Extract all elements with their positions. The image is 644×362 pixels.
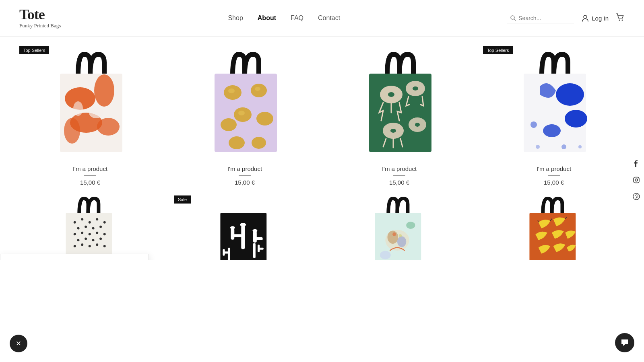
nav-shop[interactable]: Shop xyxy=(228,14,243,22)
svg-point-9 xyxy=(64,118,80,144)
faq-panel: › Can I refund products? › Shipping info… xyxy=(0,254,149,260)
product-card-dots[interactable] xyxy=(19,195,161,260)
svg-point-52 xyxy=(81,232,83,234)
product-name-2: I'm a product xyxy=(227,165,262,172)
svg-point-34 xyxy=(556,83,584,106)
divider-2 xyxy=(239,175,251,176)
svg-point-11 xyxy=(89,107,103,118)
svg-point-37 xyxy=(530,121,537,128)
pinterest-icon[interactable] xyxy=(633,193,640,202)
svg-point-30 xyxy=(390,129,396,133)
bag-svg-cactus xyxy=(204,195,281,260)
svg-rect-77 xyxy=(228,248,230,260)
svg-point-83 xyxy=(397,236,406,247)
svg-point-86 xyxy=(406,222,415,229)
search-box[interactable] xyxy=(507,13,574,23)
svg-point-51 xyxy=(74,233,76,235)
svg-point-62 xyxy=(89,245,91,247)
product-card-2[interactable]: I'm a product 15,00 € xyxy=(174,46,316,189)
svg-point-82 xyxy=(388,230,398,244)
svg-point-84 xyxy=(392,232,396,236)
product-name-3: I'm a product xyxy=(382,165,417,172)
svg-point-56 xyxy=(77,239,80,241)
bag-svg-lavender xyxy=(206,50,283,159)
login-button[interactable]: Log In xyxy=(581,14,609,22)
svg-point-35 xyxy=(565,110,587,128)
instagram-icon[interactable] xyxy=(633,177,640,186)
bag-svg-fox xyxy=(359,195,436,260)
product-card-banana[interactable] xyxy=(483,195,625,260)
product-price-2: 15,00 € xyxy=(235,179,255,186)
social-sidebar xyxy=(629,155,644,207)
svg-point-4 xyxy=(622,19,623,21)
svg-rect-66 xyxy=(241,225,245,249)
svg-point-45 xyxy=(96,218,98,220)
product-name-4: I'm a product xyxy=(537,165,571,172)
svg-point-43 xyxy=(81,218,83,220)
svg-point-23 xyxy=(238,111,245,115)
svg-point-53 xyxy=(89,233,91,235)
svg-point-19 xyxy=(229,136,245,149)
product-grid-row1: Top Sellers I'm a p xyxy=(19,37,625,189)
bag-image-4 xyxy=(483,46,625,159)
svg-point-39 xyxy=(536,145,540,149)
user-icon xyxy=(581,14,589,22)
product-card-4[interactable]: Top Sellers I'm a product xyxy=(483,46,625,189)
nav-faq[interactable]: FAQ xyxy=(291,14,303,22)
svg-rect-76 xyxy=(258,245,260,252)
svg-point-61 xyxy=(81,243,83,246)
divider-1 xyxy=(84,175,96,176)
svg-point-54 xyxy=(96,232,98,234)
svg-point-85 xyxy=(399,234,402,237)
svg-point-44 xyxy=(89,221,91,224)
svg-point-63 xyxy=(96,243,98,246)
main-nav: Shop About FAQ Contact xyxy=(228,14,340,22)
bag-image-cactus xyxy=(204,195,285,260)
svg-point-42 xyxy=(74,221,76,224)
svg-point-87 xyxy=(380,251,391,259)
product-card-3[interactable]: I'm a product 15,00 € xyxy=(328,46,470,189)
bag-image-1 xyxy=(19,46,161,159)
svg-rect-79 xyxy=(223,249,225,255)
svg-point-10 xyxy=(97,118,120,136)
bag-image-3 xyxy=(328,46,470,159)
cart-button[interactable] xyxy=(616,13,625,24)
svg-point-72 xyxy=(230,226,235,229)
svg-point-28 xyxy=(413,86,418,90)
product-price-3: 15,00 € xyxy=(389,179,409,186)
svg-point-46 xyxy=(103,221,106,224)
product-price-4: 15,00 € xyxy=(544,179,564,186)
product-card-cactus[interactable]: Sale xyxy=(174,195,316,260)
product-card-fox[interactable] xyxy=(328,195,470,260)
search-icon xyxy=(510,15,516,21)
logo-block: Tote Funky Printed Bags xyxy=(19,7,61,29)
bag-svg-banana xyxy=(514,195,590,260)
product-price-1: 15,00 € xyxy=(80,179,100,186)
faq-item-0[interactable]: › Can I refund products? xyxy=(0,254,149,260)
search-input[interactable] xyxy=(518,15,571,21)
nav-contact[interactable]: Contact xyxy=(318,14,340,22)
bag-svg-orange xyxy=(52,50,128,159)
product-name-1: I'm a product xyxy=(73,165,107,172)
bag-svg-blue xyxy=(516,50,592,159)
bag-image-dots xyxy=(50,195,130,260)
facebook-icon[interactable] xyxy=(633,160,640,169)
svg-point-58 xyxy=(92,239,95,241)
svg-rect-70 xyxy=(253,231,257,243)
product-card-1[interactable]: Top Sellers I'm a p xyxy=(19,46,161,189)
bag-image-fox xyxy=(359,195,440,260)
svg-point-18 xyxy=(256,112,273,125)
svg-rect-74 xyxy=(253,243,256,258)
main-content: Top Sellers I'm a p xyxy=(0,37,644,260)
svg-point-12 xyxy=(73,101,83,116)
svg-point-57 xyxy=(85,237,87,240)
divider-3 xyxy=(393,175,405,176)
bag-svg-dots xyxy=(50,195,126,260)
bag-image-2 xyxy=(174,46,316,159)
nav-about[interactable]: About xyxy=(258,14,276,22)
svg-point-93 xyxy=(635,179,638,181)
svg-point-38 xyxy=(561,144,566,149)
svg-point-40 xyxy=(578,145,582,148)
svg-point-20 xyxy=(252,137,266,149)
divider-4 xyxy=(548,175,560,176)
